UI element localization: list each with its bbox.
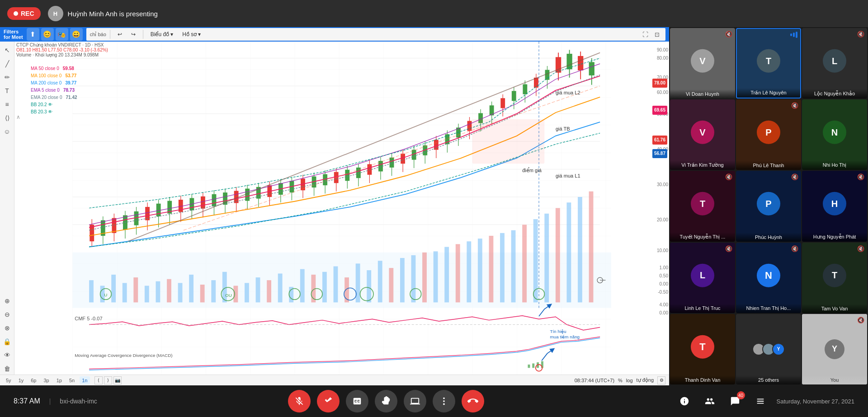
measure-tool[interactable]: ⊕ bbox=[1, 295, 13, 307]
participant-tile-vi-doan[interactable]: V 🔇 Vi Doan Huynh bbox=[670, 28, 735, 98]
you-avatar: Y bbox=[825, 339, 844, 359]
people-icon[interactable] bbox=[701, 392, 719, 410]
time-6p[interactable]: 6p bbox=[28, 376, 38, 384]
svg-rect-42 bbox=[456, 244, 460, 302]
time-3p[interactable]: 3p bbox=[42, 376, 52, 384]
activities-icon[interactable] bbox=[751, 392, 769, 410]
svg-rect-40 bbox=[434, 251, 438, 302]
svg-rect-170 bbox=[528, 365, 530, 368]
chart-settings[interactable]: ⚙ bbox=[657, 376, 665, 384]
chat-icon[interactable]: 40 bbox=[726, 392, 744, 410]
trash-tool[interactable]: 🗑 bbox=[1, 363, 13, 375]
chart-camera[interactable]: 📷 bbox=[113, 376, 122, 384]
svg-rect-26 bbox=[278, 273, 283, 302]
participant-name: Phú Lê Thanh bbox=[736, 161, 801, 170]
chart-svg: giá mua L2 giá TB điểm giá giá mua L1 U … bbox=[14, 42, 669, 375]
pen-tool[interactable]: ✏ bbox=[1, 71, 13, 83]
chart-type-btn[interactable]: Biểu đồ ▾ bbox=[147, 30, 177, 39]
info-icon[interactable] bbox=[675, 392, 693, 410]
mute-icon: 🔇 bbox=[725, 173, 732, 180]
svg-text:mua tiềm năng: mua tiềm năng bbox=[550, 334, 580, 339]
fullscreen-icon[interactable]: ⛶ bbox=[640, 29, 650, 39]
svg-rect-35 bbox=[378, 261, 382, 302]
participant-tile-hung[interactable]: H 🔇 Hưng Nguyễn Phát bbox=[802, 171, 867, 241]
svg-point-193 bbox=[443, 398, 445, 399]
participant-tile-you[interactable]: Y 🔇 You bbox=[802, 314, 867, 384]
svg-rect-124 bbox=[467, 121, 472, 131]
lock-tool[interactable]: 🔒 bbox=[1, 336, 13, 347]
speaking-dots bbox=[790, 32, 797, 38]
participant-avatar: H bbox=[823, 192, 846, 216]
line-tool[interactable]: ╱ bbox=[1, 58, 13, 70]
chart-toolbar-auto: chỉ báo bbox=[90, 32, 106, 37]
svg-rect-50 bbox=[544, 214, 549, 303]
expand-toggle[interactable]: ∧ bbox=[16, 114, 20, 120]
time-1p[interactable]: 1p bbox=[54, 376, 64, 384]
captions-button[interactable] bbox=[346, 390, 368, 412]
participant-tile-tran-le[interactable]: T Trần Lê Nguyên bbox=[736, 28, 801, 98]
participant-tile-vi-tran[interactable]: V Vi Trần Kim Tường bbox=[670, 99, 735, 170]
participant-name: Hưng Nguyễn Phát bbox=[802, 232, 867, 242]
participant-avatar: N bbox=[757, 263, 780, 287]
mute-button[interactable] bbox=[288, 390, 311, 412]
price-scale: 90.00 80.00 78.00 70.00 69.65 60.00 61.7… bbox=[657, 46, 668, 317]
filter-emoji-btn[interactable]: 😀 bbox=[70, 28, 83, 41]
participant-avatar: L bbox=[691, 263, 714, 287]
mute-icon: 🔇 bbox=[857, 245, 864, 252]
more-options-button[interactable] bbox=[433, 390, 455, 412]
svg-rect-17 bbox=[178, 283, 183, 302]
time-5n[interactable]: 5n bbox=[67, 376, 77, 384]
time-1y[interactable]: 1y bbox=[16, 376, 26, 384]
participant-avatar-container: N bbox=[823, 121, 846, 144]
chart-undo-btn[interactable]: ↩ bbox=[114, 30, 126, 39]
filter-effect-btn[interactable]: 🎭 bbox=[56, 28, 68, 41]
svg-text:Tín hiệu: Tín hiệu bbox=[550, 329, 566, 334]
svg-rect-22 bbox=[233, 286, 238, 302]
svg-rect-25 bbox=[267, 280, 271, 302]
participant-tile-phu[interactable]: P 🔇 Phú Lê Thanh bbox=[736, 99, 801, 170]
participant-tile-loc[interactable]: L 🔇 Lộc Nguyễn Khảo bbox=[802, 28, 867, 98]
video-button[interactable] bbox=[317, 390, 340, 412]
eye-tool[interactable]: 👁 bbox=[1, 349, 13, 361]
filter-upload-btn[interactable]: ⬆ bbox=[27, 28, 39, 41]
svg-rect-11 bbox=[111, 275, 116, 302]
share-icon[interactable]: ⊡ bbox=[652, 29, 662, 39]
time-1n[interactable]: 1n bbox=[80, 376, 90, 384]
svg-rect-110 bbox=[390, 158, 394, 168]
leave-call-button[interactable] bbox=[462, 390, 484, 412]
emoji-tool[interactable]: ☺ bbox=[1, 126, 13, 137]
filter-mask-btn[interactable]: 😊 bbox=[41, 28, 54, 41]
cursor-tool[interactable]: ↖ bbox=[1, 44, 13, 56]
participant-avatar: T bbox=[757, 49, 780, 73]
chart-drawing: CTCP Chứng khoán VNDIRECT · 1D · HSX O81… bbox=[14, 42, 669, 375]
text-tool[interactable]: T bbox=[1, 85, 13, 97]
chart-nav-left[interactable]: ⟨ bbox=[94, 376, 103, 384]
participant-tile-linh[interactable]: L 🔇 Linh Le Thị Truc bbox=[670, 243, 735, 313]
present-button[interactable] bbox=[404, 390, 426, 412]
participant-tile-nhi[interactable]: N Nhi Ho Thị bbox=[802, 99, 867, 170]
svg-rect-43 bbox=[467, 241, 471, 302]
participant-tile-25others[interactable]: Y 25 others bbox=[736, 314, 801, 384]
bottom-bar: 8:37 AM | bxi-dwah-imc bbox=[0, 385, 868, 417]
rec-button[interactable]: REC bbox=[7, 7, 41, 20]
raise-hand-button[interactable] bbox=[375, 390, 397, 412]
participant-name: 25 others bbox=[736, 375, 801, 384]
zoom-tool[interactable]: ⊖ bbox=[1, 309, 13, 320]
participant-tile-tuyet[interactable]: T 🔇 Tuyết Nguyễn Thị ... bbox=[670, 171, 735, 241]
participant-avatar: N bbox=[823, 121, 846, 144]
svg-rect-8 bbox=[72, 253, 611, 308]
meeting-separator: | bbox=[49, 398, 51, 405]
chart-portfolio-btn[interactable]: Hồ sơ ▾ bbox=[179, 30, 204, 39]
magnet-tool[interactable]: ⊗ bbox=[1, 322, 13, 334]
participant-tile-nhien[interactable]: N 🔇 Nhien Tran Thị Ho... bbox=[736, 243, 801, 313]
participant-tile-tam[interactable]: T 🔇 Tam Vo Van bbox=[802, 243, 867, 313]
time-5y[interactable]: 5y bbox=[4, 376, 14, 384]
fibonacci-tool[interactable]: ≡ bbox=[1, 98, 13, 110]
pattern-tool[interactable]: ⟨⟩ bbox=[1, 112, 13, 124]
top-bar: REC H Huỳnh Minh Anh is presenting bbox=[0, 0, 868, 27]
meeting-id: bxi-dwah-imc bbox=[60, 398, 97, 405]
chart-redo-btn[interactable]: ↪ bbox=[127, 30, 139, 39]
chart-nav-right[interactable]: ⟩ bbox=[104, 376, 112, 384]
participant-tile-phuc[interactable]: P 🔇 Phúc Huỳnh bbox=[736, 171, 801, 241]
participant-tile-thanh[interactable]: T Thanh Dinh Van bbox=[670, 314, 735, 384]
